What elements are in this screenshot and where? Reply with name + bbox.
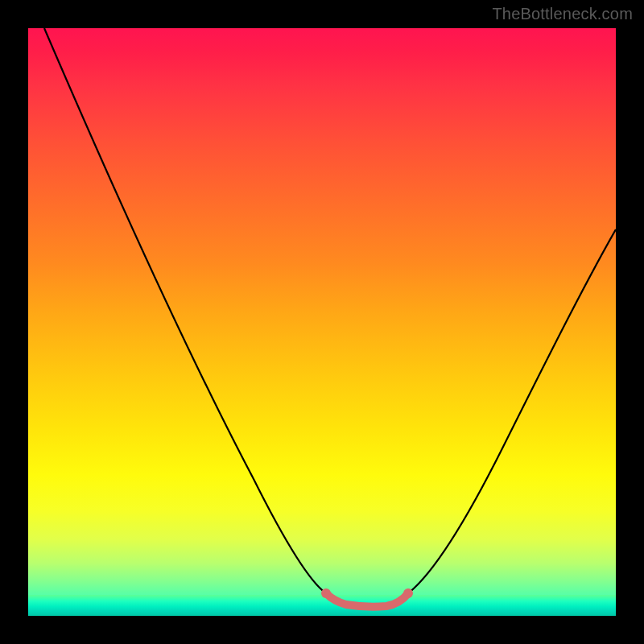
curve-left-arm bbox=[44, 28, 326, 593]
optimal-range-segment bbox=[326, 593, 408, 607]
chart-plot-area bbox=[28, 28, 616, 616]
chart-svg bbox=[28, 28, 616, 616]
optimal-range-start-dot bbox=[321, 588, 331, 598]
watermark-text: TheBottleneck.com bbox=[492, 5, 633, 23]
optimal-range-end-dot bbox=[403, 588, 413, 598]
curve-right-arm bbox=[408, 229, 616, 593]
